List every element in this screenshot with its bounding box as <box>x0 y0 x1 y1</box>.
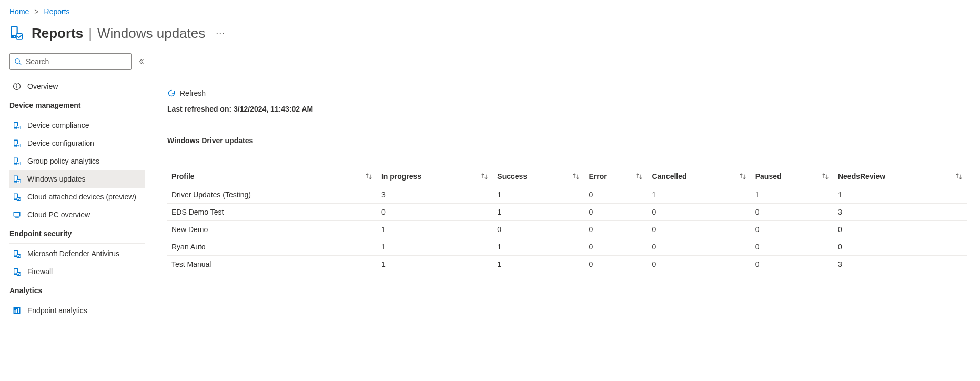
sidebar-item-label: Endpoint analytics <box>27 306 87 315</box>
info-icon <box>13 82 21 91</box>
collapse-sidebar-button[interactable] <box>138 58 145 65</box>
table-row[interactable]: Ryan Auto110000 <box>167 238 967 256</box>
table-cell: 1 <box>377 238 493 256</box>
table-cell: 3 <box>834 204 967 221</box>
table-cell: 0 <box>584 238 648 256</box>
column-header[interactable]: NeedsReview <box>834 167 967 186</box>
table-cell: 1 <box>648 186 751 204</box>
sidebar-section-endpoint-security: Endpoint security <box>9 224 145 244</box>
search-input[interactable] <box>26 57 127 66</box>
sidebar-item-cloud-pc-overview[interactable]: Cloud PC overview <box>9 206 145 224</box>
table-cell: 0 <box>751 204 834 221</box>
breadcrumb-separator: > <box>34 7 38 16</box>
svg-line-5 <box>19 63 21 65</box>
driver-updates-table: ProfileIn progressSuccessErrorCancelledP… <box>167 167 967 273</box>
table-cell: EDS Demo Test <box>167 204 377 221</box>
table-row[interactable]: Test Manual110003 <box>167 256 967 273</box>
table-cell: 0 <box>648 204 751 221</box>
sort-icon[interactable] <box>821 172 830 181</box>
table-cell: 0 <box>648 256 751 273</box>
sidebar-item-firewall[interactable]: Firewall <box>9 263 145 280</box>
sidebar-item-defender[interactable]: Microsoft Defender Antivirus <box>9 245 145 263</box>
table-cell: 0 <box>584 256 648 273</box>
svg-rect-37 <box>18 308 19 313</box>
sidebar-item-device-compliance[interactable]: Device compliance <box>9 116 145 134</box>
table-row[interactable]: EDS Demo Test010003 <box>167 204 967 221</box>
sidebar-item-endpoint-analytics[interactable]: Endpoint analytics <box>9 302 145 319</box>
sidebar-item-windows-updates[interactable]: Windows updates <box>9 170 145 188</box>
table-cell: 0 <box>648 221 751 238</box>
breadcrumb-home[interactable]: Home <box>9 7 29 16</box>
sort-icon[interactable] <box>635 172 643 181</box>
table-cell: 0 <box>648 238 751 256</box>
sidebar-item-label: Device compliance <box>27 121 89 129</box>
column-header[interactable]: Success <box>493 167 584 186</box>
last-refreshed: Last refreshed on: 3/12/2024, 11:43:02 A… <box>167 105 967 113</box>
sidebar-item-group-policy-analytics[interactable]: Group policy analytics <box>9 152 145 170</box>
sidebar-section-analytics: Analytics <box>9 280 145 300</box>
table-cell: Driver Updates (Testing) <box>167 186 377 204</box>
sidebar-item-label: Group policy analytics <box>27 157 99 165</box>
sidebar-item-label: Device configuration <box>27 139 94 147</box>
svg-rect-1 <box>12 27 17 35</box>
main-content: Refresh Last refreshed on: 3/12/2024, 11… <box>145 53 980 319</box>
sort-icon[interactable] <box>572 172 580 181</box>
refresh-label: Refresh <box>180 89 206 97</box>
device-icon <box>13 121 21 129</box>
breadcrumb-reports[interactable]: Reports <box>44 7 70 16</box>
sidebar-item-device-configuration[interactable]: Device configuration <box>9 134 145 152</box>
column-header-label: Error <box>589 172 607 181</box>
sidebar-item-cloud-attached[interactable]: Cloud attached devices (preview) <box>9 188 145 206</box>
sidebar-item-label: Cloud PC overview <box>27 210 90 219</box>
column-header[interactable]: Error <box>584 167 648 186</box>
table-cell: 0 <box>751 256 834 273</box>
column-header[interactable]: Paused <box>751 167 834 186</box>
column-header-label: NeedsReview <box>838 172 885 181</box>
table-cell: 0 <box>834 238 967 256</box>
device-icon <box>13 267 21 276</box>
sort-icon[interactable] <box>480 172 489 181</box>
sidebar-item-label: Firewall <box>27 267 53 276</box>
page-subtitle: Windows updates <box>97 25 205 42</box>
last-refreshed-label: Last refreshed on: <box>167 105 231 113</box>
svg-point-8 <box>16 84 17 85</box>
table-cell: 3 <box>834 256 967 273</box>
refresh-button[interactable]: Refresh <box>167 83 967 104</box>
sort-icon[interactable] <box>739 172 747 181</box>
column-header-label: Profile <box>171 172 195 181</box>
table-cell: New Demo <box>167 221 377 238</box>
table-cell: 1 <box>493 238 584 256</box>
svg-rect-35 <box>15 310 16 313</box>
table-cell: 1 <box>751 186 834 204</box>
sidebar-item-overview[interactable]: Overview <box>9 77 145 95</box>
column-header-label: Paused <box>755 172 782 181</box>
table-cell: 0 <box>751 221 834 238</box>
sidebar-item-label: Windows updates <box>27 175 86 183</box>
sort-icon[interactable] <box>955 172 963 181</box>
section-subheading: Windows Driver updates <box>167 136 967 145</box>
table-row[interactable]: New Demo100000 <box>167 221 967 238</box>
more-actions-button[interactable]: ··· <box>213 28 228 39</box>
table-cell: 0 <box>751 238 834 256</box>
sort-icon[interactable] <box>365 172 373 181</box>
table-cell: Test Manual <box>167 256 377 273</box>
search-box[interactable] <box>9 53 132 70</box>
table-cell: 1 <box>834 186 967 204</box>
sidebar-item-label: Microsoft Defender Antivirus <box>27 249 119 258</box>
column-header-label: Success <box>497 172 527 181</box>
table-cell: 0 <box>493 221 584 238</box>
table-row[interactable]: Driver Updates (Testing)310111 <box>167 186 967 204</box>
column-header[interactable]: Profile <box>167 167 377 186</box>
column-header[interactable]: Cancelled <box>648 167 751 186</box>
svg-rect-36 <box>16 309 17 313</box>
column-header-label: In progress <box>381 172 421 181</box>
page-title: Reports <box>32 25 83 42</box>
sidebar-item-label: Overview <box>27 82 58 91</box>
device-icon <box>13 175 21 183</box>
refresh-icon <box>167 89 176 97</box>
device-icon <box>13 139 21 147</box>
sidebar-section-device-management: Device management <box>9 95 145 115</box>
table-cell: 0 <box>584 221 648 238</box>
table-cell: 3 <box>377 186 493 204</box>
column-header[interactable]: In progress <box>377 167 493 186</box>
